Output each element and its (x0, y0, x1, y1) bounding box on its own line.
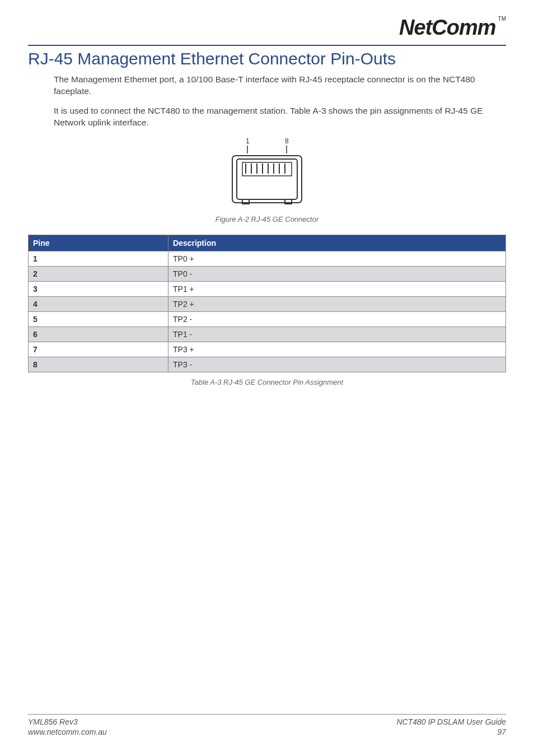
pin-cell: 6 (29, 326, 168, 342)
table-header-pine: Pine (29, 235, 168, 251)
figure-caption: Figure A-2 RJ-45 GE Connector (28, 215, 506, 223)
footer-url: www.netcomm.com.au (28, 727, 107, 737)
table-row: 7 TP3 + (29, 342, 506, 357)
table-row: 6 TP1 - (29, 326, 506, 342)
desc-cell: TP0 - (168, 266, 506, 281)
footer-page-number: 97 (396, 727, 506, 737)
table-row: 5 TP2 - (29, 311, 506, 326)
pinout-table: Pine Description 1 TP0 + 2 TP0 - 3 TP1 +… (28, 235, 506, 372)
pin-cell: 5 (29, 311, 168, 326)
table-header-description: Description (168, 235, 506, 251)
page-footer: YML856 Rev3 www.netcomm.com.au NCT480 IP… (28, 714, 506, 737)
header-rule (28, 45, 506, 46)
table-row: 8 TP3 - (29, 357, 506, 372)
svg-rect-4 (242, 162, 292, 176)
pin-label-8: 8 (285, 137, 289, 145)
pin-cell: 4 (29, 296, 168, 311)
desc-cell: TP3 + (168, 342, 506, 357)
desc-cell: TP1 - (168, 326, 506, 342)
pin-label-1: 1 (246, 137, 250, 145)
brand-name: NetComm (399, 16, 495, 39)
page-title: RJ-45 Management Ethernet Connector Pin-… (28, 49, 506, 68)
pin-cell: 8 (29, 357, 168, 372)
table-row: 4 TP2 + (29, 296, 506, 311)
pin-cell: 2 (29, 266, 168, 281)
table-row: 3 TP1 + (29, 281, 506, 296)
pin-cell: 3 (29, 281, 168, 296)
connector-figure: 1 8 (28, 137, 506, 212)
brand-logo: NetCommTM (399, 16, 506, 40)
table-caption: Table A-3 RJ-45 GE Connector Pin Assignm… (28, 378, 506, 386)
table-row: 1 TP0 + (29, 251, 506, 266)
footer-rule (28, 714, 506, 715)
table-row: 2 TP0 - (29, 266, 506, 281)
footer-rev: YML856 Rev3 (28, 717, 107, 727)
desc-cell: TP3 - (168, 357, 506, 372)
rj45-connector-icon: 1 8 (222, 137, 312, 209)
intro-paragraph-2: It is used to connect the NCT480 to the … (54, 105, 506, 129)
intro-paragraph-1: The Management Ethernet port, a 10/100 B… (54, 74, 506, 97)
trademark-icon: TM (498, 16, 506, 22)
desc-cell: TP2 - (168, 311, 506, 326)
desc-cell: TP1 + (168, 281, 506, 296)
pin-cell: 1 (29, 251, 168, 266)
footer-doc-title: NCT480 IP DSLAM User Guide (396, 717, 506, 727)
desc-cell: TP2 + (168, 296, 506, 311)
desc-cell: TP0 + (168, 251, 506, 266)
pin-cell: 7 (29, 342, 168, 357)
